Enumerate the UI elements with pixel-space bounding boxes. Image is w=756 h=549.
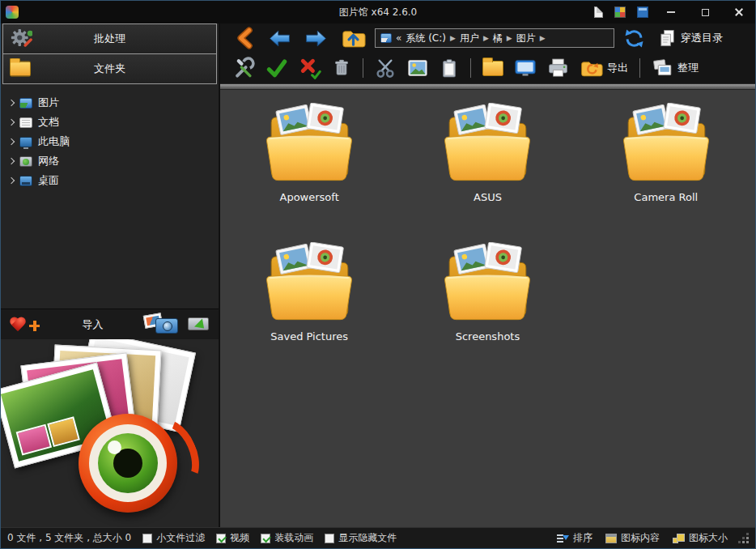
organize-cards-icon	[652, 57, 673, 79]
print-button[interactable]	[543, 56, 573, 80]
check-icon	[265, 57, 288, 79]
folder-item[interactable]: ASUS	[398, 103, 576, 242]
refresh-button[interactable]	[619, 26, 649, 51]
screen-icon	[514, 58, 537, 78]
close-button[interactable]	[728, 4, 750, 20]
batch-process-label: 批处理	[94, 32, 125, 46]
breadcrumb-segment[interactable]: 橘	[493, 32, 503, 45]
check-button[interactable]	[261, 55, 292, 81]
filter-checkbox-item[interactable]: 小文件过滤	[142, 531, 205, 545]
picture-icon	[19, 98, 32, 109]
import-label[interactable]: 导入	[48, 317, 138, 332]
breadcrumb-segment[interactable]: 用户	[460, 32, 479, 45]
breadcrumb: 系统 (C:) ▶ 用户 ▶ 橘 ▶ 图片 ▶	[406, 32, 546, 45]
tools-button[interactable]	[228, 55, 259, 81]
expander-icon[interactable]	[8, 158, 15, 164]
folder-up-icon	[341, 27, 366, 49]
filter-checkbox-item[interactable]: 显示隐藏文件	[325, 531, 397, 545]
minimize-button[interactable]	[660, 4, 682, 20]
folder-item[interactable]: Camera Roll	[577, 103, 755, 242]
cut-button[interactable]	[371, 56, 400, 81]
favorite-add-icon[interactable]	[9, 315, 41, 334]
nav-right-button[interactable]	[300, 27, 332, 50]
organize-button[interactable]: 整理	[648, 56, 703, 80]
delete-button[interactable]	[328, 55, 355, 81]
batch-process-button[interactable]: 批处理	[2, 23, 217, 54]
breadcrumb-segment[interactable]: 图片	[516, 32, 536, 45]
checkbox[interactable]	[216, 534, 226, 543]
icon-size-icon	[673, 534, 685, 543]
nav-left-button[interactable]	[264, 27, 295, 50]
folder-icon	[259, 103, 359, 188]
address-bar[interactable]: « 系统 (C:) ▶ 用户 ▶ 橘 ▶ 图片 ▶	[375, 28, 614, 48]
back-button[interactable]	[231, 25, 259, 51]
statusbar-action[interactable]: 图标内容	[605, 531, 660, 545]
passthrough-label: 穿透目录	[681, 31, 723, 45]
titlebar[interactable]: 图片馆 x64 2.6.0	[1, 1, 755, 23]
statusbar-action[interactable]: 排序	[557, 531, 592, 545]
action-toolbar: 导出 整理	[220, 53, 755, 83]
resize-grip[interactable]	[739, 534, 749, 543]
new-folder-button[interactable]	[478, 59, 508, 78]
icon-content-icon	[605, 534, 617, 543]
folder-icon	[259, 242, 359, 327]
document-icon	[19, 117, 32, 128]
app-window: 图片馆 x64 2.6.0	[0, 0, 756, 549]
slideshow-button[interactable]	[510, 57, 541, 79]
navigation-toolbar: « 系统 (C:) ▶ 用户 ▶ 橘 ▶ 图片 ▶	[220, 23, 755, 53]
statusbar-action[interactable]: 图标大小	[673, 531, 728, 545]
uncheck-button[interactable]	[295, 55, 325, 81]
import-bar: 导入	[1, 309, 219, 339]
uncheck-icon	[299, 57, 321, 79]
breadcrumb-separator: ▶	[483, 34, 489, 42]
sidebar-tree-item[interactable]: 文档	[7, 113, 219, 131]
breadcrumb-separator: ▶	[507, 34, 512, 42]
clipboard-button[interactable]	[435, 56, 463, 81]
sidebar-tree-item[interactable]: 图片	[7, 94, 219, 112]
maximize-button[interactable]	[694, 4, 716, 20]
sidebar-tree-item[interactable]: 网络	[7, 152, 219, 170]
breadcrumb-separator: ▶	[540, 34, 546, 42]
export-folder-icon	[580, 58, 603, 79]
checkbox[interactable]	[261, 534, 270, 543]
folders-label: 文件夹	[94, 62, 125, 76]
filter-checkbox-item[interactable]: 视频	[216, 531, 249, 545]
sidebar-tree-item[interactable]: 桌面	[7, 172, 219, 189]
folder-up-button[interactable]	[337, 25, 370, 51]
expander-icon[interactable]	[8, 177, 15, 184]
expander-icon[interactable]	[8, 119, 15, 126]
folder-icon	[10, 62, 31, 77]
sort-icon	[557, 534, 569, 543]
computer-icon	[19, 137, 32, 147]
export-button[interactable]: 导出	[575, 57, 632, 80]
folder-item[interactable]: Screenshots	[398, 242, 576, 381]
expander-icon[interactable]	[8, 138, 15, 145]
desktop-icon	[19, 176, 32, 186]
gear-tools-icon	[10, 28, 32, 51]
expander-icon[interactable]	[8, 100, 15, 106]
scissors-icon	[375, 57, 396, 79]
device-import-icon[interactable]	[186, 315, 210, 334]
folders-button[interactable]: 文件夹	[2, 53, 217, 84]
folder-grid: Apowersoft	[220, 90, 755, 527]
camera-import-icon[interactable]	[144, 313, 180, 336]
export-label: 导出	[607, 61, 628, 75]
status-summary: 0 文件 , 5 文件夹 , 总大小 0	[7, 531, 131, 545]
left-arrow-icon	[268, 28, 291, 49]
breadcrumb-segment[interactable]: 系统 (C:)	[406, 32, 446, 45]
folder-item[interactable]: Saved Pictures	[220, 242, 398, 381]
folder-item[interactable]: Apowersoft	[220, 103, 398, 242]
paste-image-button[interactable]	[402, 56, 433, 80]
panel-icon[interactable]	[637, 6, 648, 18]
paste-image-icon	[406, 57, 429, 79]
filter-checkbox-item[interactable]: 装载动画	[261, 531, 313, 545]
passthrough-button[interactable]: 穿透目录	[654, 27, 727, 50]
checkbox[interactable]	[325, 534, 334, 543]
folder-name: Saved Pictures	[270, 330, 348, 343]
sidebar-tree-item[interactable]: 此电脑	[7, 133, 219, 151]
checkbox[interactable]	[142, 534, 152, 543]
toolbar-grip	[220, 83, 755, 90]
document-icon[interactable]	[594, 6, 603, 18]
breadcrumb-prefix: «	[396, 32, 401, 44]
color-grid-icon[interactable]	[614, 6, 626, 18]
